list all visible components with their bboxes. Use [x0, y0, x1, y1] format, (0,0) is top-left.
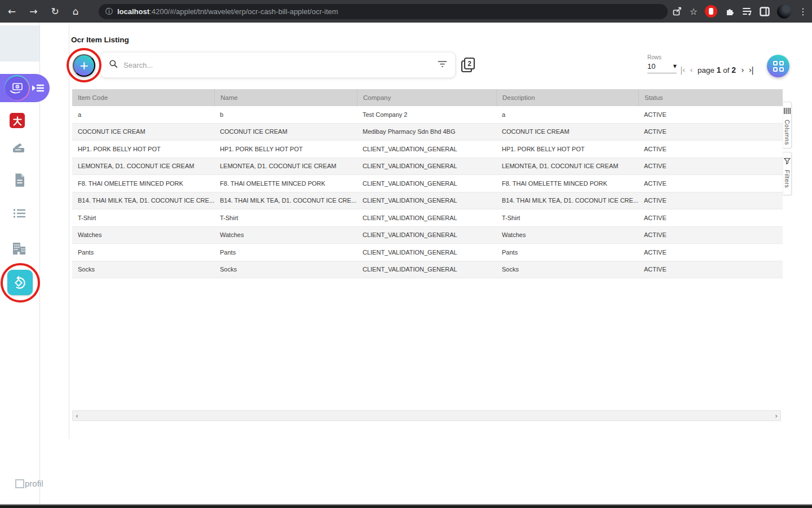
home-icon[interactable]: ⌂ [73, 6, 79, 17]
cell-name: F8. THAI OMELETTE MINCED PORK [214, 175, 357, 192]
cell-item-code: F8. THAI OMELETTE MINCED PORK [72, 175, 214, 192]
sidebar-item-list[interactable] [13, 208, 26, 218]
cell-name: Watches [214, 227, 357, 244]
cell-status: ACTIVE [638, 106, 783, 123]
table-row[interactable]: LEMONTEA, D1. COCONUT ICE CREAMLEMONTEA,… [72, 158, 783, 176]
table-row[interactable]: T-ShirtT-ShirtCLIENT_VALIDATION_GENERALT… [72, 209, 783, 227]
url-text: localhost:4200/#/applet/tnt/wavelet/erp/… [117, 7, 338, 16]
columns-tab-label: Columns [784, 120, 791, 145]
rows-label: Rows [647, 54, 661, 60]
columns-icon [784, 106, 791, 116]
cell-description: B14. THAI MILK TEA, D1. COCONUT ICE CRE.… [496, 192, 638, 209]
bookmark-star-icon[interactable]: ☆ [690, 6, 698, 17]
table-row[interactable]: WatchesWatchesCLIENT_VALIDATION_GENERALW… [72, 227, 783, 244]
column-header-item-code[interactable]: Item Code [72, 89, 214, 106]
search-input[interactable] [123, 61, 432, 69]
address-bar[interactable]: ⓘ localhost:4200/#/applet/tnt/wavelet/er… [99, 4, 668, 19]
column-header-name[interactable]: Name [214, 89, 357, 106]
cell-description: HP1. PORK BELLY HOT POT [496, 141, 638, 157]
table-row[interactable]: PantsPantsCLIENT_VALIDATION_GENERALPants… [72, 244, 783, 261]
share-icon[interactable] [672, 6, 682, 16]
table-row[interactable]: SocksSocksCLIENT_VALIDATION_GENERALSocks… [72, 261, 783, 279]
profile-avatar[interactable] [777, 5, 791, 19]
cell-name: HP1. PORK BELLY HOT POT [214, 141, 357, 157]
table-header-row: Item Code Name Company Description Statu… [72, 89, 783, 106]
back-icon[interactable]: ← [8, 6, 16, 17]
cell-company: CLIENT_VALIDATION_GENERAL [357, 244, 496, 261]
cell-company: Medibay Pharmacy Sdn Bhd 4BG [357, 124, 496, 141]
adblock-extension-icon[interactable] [705, 5, 717, 17]
active-applet-pill[interactable]: $ [0, 74, 50, 102]
page-title: Ocr Item Listing [71, 36, 129, 44]
current-page: 1 [717, 65, 721, 75]
items-table: Item Code Name Company Description Statu… [72, 89, 783, 278]
last-page-button[interactable]: ›| [749, 65, 753, 75]
cell-status: ACTIVE [638, 124, 783, 141]
cell-company: CLIENT_VALIDATION_GENERAL [357, 209, 496, 226]
previous-page-button[interactable]: ‹ [690, 65, 692, 75]
cell-company: CLIENT_VALIDATION_GENERAL [357, 175, 496, 192]
extensions-puzzle-icon[interactable] [725, 6, 735, 16]
search-bar[interactable] [100, 52, 456, 78]
horizontal-scrollbar[interactable]: ‹ › [72, 410, 781, 421]
next-page-button[interactable]: › [741, 65, 744, 75]
cell-company: CLIENT_VALIDATION_GENERAL [357, 158, 496, 175]
cell-name: b [214, 106, 357, 123]
cell-item-code: HP1. PORK BELLY HOT POT [72, 141, 214, 157]
sidebar-item-pdf-applet[interactable] [10, 113, 25, 128]
table-row[interactable]: F8. THAI OMELETTE MINCED PORKF8. THAI OM… [72, 175, 783, 192]
scroll-right-icon[interactable]: › [775, 412, 778, 420]
first-page-button[interactable]: |‹ [680, 65, 685, 75]
rows-per-page-select[interactable]: 10 ▼ [647, 62, 677, 73]
profile-label: profil [25, 479, 43, 488]
expand-menu-icon[interactable] [31, 83, 45, 95]
url-host: localhost [117, 7, 149, 16]
grid-icon [773, 61, 784, 72]
cell-company: CLIENT_VALIDATION_GENERAL [357, 192, 496, 209]
side-panel-icon[interactable] [760, 7, 770, 16]
reload-icon[interactable]: ↻ [51, 6, 59, 17]
column-header-status[interactable]: Status [638, 89, 783, 106]
cell-status: ACTIVE [638, 261, 783, 278]
cell-description: a [496, 106, 638, 123]
svg-text:$: $ [16, 85, 18, 89]
bottom-window-edge [0, 504, 812, 508]
reading-list-icon[interactable] [742, 7, 752, 16]
profile-checkbox-icon [15, 479, 24, 488]
sidebar-item-company[interactable] [12, 241, 27, 255]
multi-page-icon[interactable]: 2 [461, 57, 476, 75]
search-icon [109, 59, 118, 71]
filters-panel-tab[interactable]: Filters [783, 152, 792, 195]
cell-item-code: Watches [72, 227, 214, 244]
browser-menu-kebab-icon[interactable]: ⋮ [798, 6, 807, 17]
url-path: :4200/#/applet/tnt/wavelet/erp/ocr-cash-… [149, 7, 338, 16]
cell-status: ACTIVE [638, 244, 783, 261]
table-row[interactable]: HP1. PORK BELLY HOT POTHP1. PORK BELLY H… [72, 141, 783, 158]
filter-sort-icon[interactable] [438, 60, 447, 70]
filter-funnel-icon [784, 156, 791, 167]
grid-view-button[interactable] [767, 55, 789, 77]
panel-left-border [69, 25, 69, 439]
cell-name: B14. THAI MILK TEA, D1. COCONUT ICE CRE.… [214, 192, 357, 209]
table-row[interactable]: COCONUT ICE CREAMCOCONUT ICE CREAMMediba… [72, 124, 783, 141]
cell-description: Pants [496, 244, 638, 261]
scroll-left-icon[interactable]: ‹ [76, 412, 78, 420]
svg-text:2: 2 [467, 60, 471, 68]
table-row[interactable]: abTest Company 2aACTIVE [72, 106, 783, 124]
cash-bill-applet-icon: $ [4, 75, 30, 101]
profile-link[interactable]: profil [15, 479, 43, 488]
cell-status: ACTIVE [638, 175, 783, 192]
sidebar-item-document[interactable] [14, 173, 25, 187]
cell-name: Pants [214, 244, 357, 261]
cell-company: CLIENT_VALIDATION_GENERAL [357, 227, 496, 244]
columns-panel-tab[interactable]: Columns [783, 102, 792, 148]
site-info-icon[interactable]: ⓘ [105, 7, 113, 17]
forward-icon[interactable]: → [29, 6, 37, 17]
column-header-description[interactable]: Description [496, 89, 638, 106]
cell-item-code: COCONUT ICE CREAM [72, 124, 214, 141]
browser-toolbar: ← → ↻ ⌂ ⓘ localhost:4200/#/applet/tnt/wa… [0, 0, 812, 23]
column-header-company[interactable]: Company [357, 89, 496, 106]
sidebar-item-scanner[interactable] [12, 142, 25, 154]
annotation-circle-teal-button [1, 263, 40, 303]
table-row[interactable]: B14. THAI MILK TEA, D1. COCONUT ICE CRE.… [72, 192, 783, 210]
